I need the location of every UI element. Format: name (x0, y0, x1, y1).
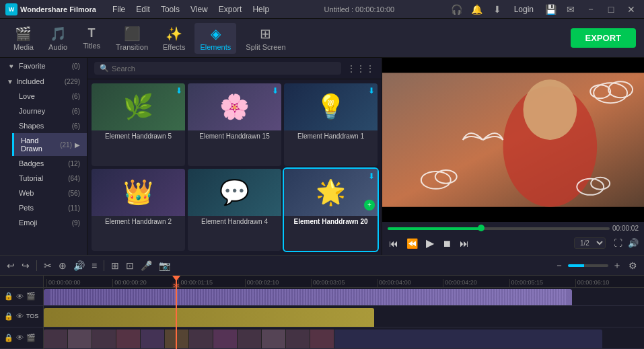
grid-item-2[interactable]: 💡 ⬇ Element Handdrawn 1 (284, 83, 378, 166)
mail-icon[interactable]: ✉ (563, 2, 578, 17)
toolbar-effects[interactable]: ✨ Effects (157, 23, 190, 54)
menu-view[interactable]: View (190, 5, 208, 14)
undo-button[interactable]: ↩ (5, 259, 16, 272)
track-row-audio1[interactable] (44, 306, 644, 327)
shapes-count: (6) (72, 122, 80, 130)
video-icon[interactable]: 🎬 (26, 292, 36, 301)
audio-clip-gold[interactable] (44, 308, 374, 327)
ruler-mark-7: 00:00:05:15 (509, 279, 575, 287)
menu-export[interactable]: Export (219, 5, 242, 14)
eye-icon[interactable]: 👁 (16, 293, 24, 301)
sidebar-item-favorite[interactable]: ♥ Favorite (0) (0, 58, 87, 74)
lock-icon[interactable]: 🔒 (4, 292, 13, 301)
menu-button[interactable]: ≡ (90, 259, 98, 272)
element-label-3: Element Handdrawn 2 (92, 216, 185, 227)
magnet-button[interactable]: ⊡ (124, 259, 135, 272)
track-row-video[interactable] (44, 288, 644, 306)
lock-icon-3[interactable]: 🔒 (4, 334, 13, 342)
close-button[interactable]: ✕ (624, 2, 639, 17)
settings-button[interactable]: ⚙ (627, 259, 639, 272)
add-track-button[interactable]: ⊕ (57, 259, 68, 272)
toolbar-media[interactable]: 🎬 Media (8, 23, 39, 54)
progress-bar[interactable] (388, 227, 610, 230)
ruler-mark-4: 00:00:03:05 (311, 279, 377, 287)
playhead-arrow (172, 276, 180, 281)
skip-forward-button[interactable]: ⏭ (458, 237, 470, 250)
sidebar-item-journey[interactable]: Journey (6) (12, 104, 87, 118)
toolbar-transition-label: Transition (116, 43, 148, 51)
element-thumb-5: 🌟 ⬇ + (284, 169, 378, 216)
zoom-controls: － ＋ (553, 258, 623, 273)
export-button[interactable]: EXPORT (571, 28, 636, 48)
redo-button[interactable]: ↪ (20, 259, 31, 272)
app-name: Wondershare Filmora (20, 5, 96, 13)
included-label: Included (16, 77, 65, 85)
grid-item-3[interactable]: 👑 Element Handdrawn 2 (92, 169, 185, 251)
audio-button[interactable]: 🔊 (72, 259, 86, 272)
video-clip[interactable] (44, 289, 572, 306)
sidebar-item-web[interactable]: Web (56) (12, 186, 87, 200)
zoom-in-button[interactable]: ＋ (611, 258, 623, 273)
stop-button[interactable]: ⏹ (441, 237, 453, 250)
playhead[interactable]: ✂ (176, 276, 177, 349)
zoom-slider[interactable] (568, 264, 608, 267)
search-input[interactable] (112, 65, 336, 73)
snap-button[interactable]: ⊞ (110, 259, 120, 272)
volume-icon[interactable]: 🔊 (628, 238, 639, 248)
restore-button[interactable]: □ (604, 2, 618, 17)
play-button[interactable]: ▶ (425, 235, 435, 251)
sidebar-item-hand-drawn[interactable]: Hand Drawn (21) ▶ (12, 133, 87, 156)
ruler-mark-6: 00:00:04:20 (443, 279, 509, 287)
download-icon[interactable]: ⬇ (490, 2, 505, 17)
eye-icon-3[interactable]: 👁 (16, 334, 24, 342)
fullscreen-icon[interactable]: ⛶ (614, 238, 622, 248)
sidebar-item-badges[interactable]: Badges (12) (12, 156, 87, 171)
sidebar-item-love[interactable]: Love (6) (12, 89, 87, 104)
toolbar-audio[interactable]: 🎵 Audio (43, 23, 73, 54)
grid-item-1[interactable]: 🌸 ⬇ Element Handdrawn 15 (188, 83, 281, 166)
toolbar-titles[interactable]: T Titles (77, 24, 106, 52)
sidebar-item-tutorial[interactable]: Tutorial (64) (12, 171, 87, 186)
menu-help[interactable]: Help (252, 5, 269, 14)
lock-icon-2[interactable]: 🔒 (4, 312, 13, 321)
grid-item-4[interactable]: 💬 Element Handdrawn 4 (188, 169, 281, 251)
svg-point-2 (523, 79, 577, 140)
logo-icon: W (5, 3, 17, 15)
search-box[interactable]: 🔍 (94, 62, 341, 75)
save-icon[interactable]: 💾 (543, 2, 558, 17)
menu-edit[interactable]: Edit (136, 5, 150, 14)
sidebar-item-pets[interactable]: Pets (11) (12, 200, 87, 215)
film-frame-10 (286, 329, 310, 349)
ratio-select[interactable]: 1/2 1/4 Full (574, 237, 606, 249)
plus-badge: + (364, 200, 375, 210)
film-frame-7 (213, 329, 238, 349)
menu-tools[interactable]: Tools (161, 5, 180, 14)
notification-icon[interactable]: 🔔 (470, 2, 485, 17)
web-label: Web (19, 189, 68, 197)
headphone-icon[interactable]: 🎧 (450, 2, 464, 17)
cut-button[interactable]: ✂ (42, 259, 53, 272)
step-back-button[interactable]: ⏪ (405, 237, 419, 250)
grid-item-0[interactable]: 🌿 ⬇ Element Handdrawn 5 (92, 83, 185, 166)
minimize-button[interactable]: － (583, 2, 598, 17)
track-row-film[interactable] (44, 327, 644, 349)
mic-button[interactable]: 🎤 (139, 259, 153, 272)
menu-file[interactable]: File (112, 5, 125, 14)
sidebar-item-shapes[interactable]: Shapes (6) (12, 118, 87, 133)
toolbar-split-screen[interactable]: ⊞ Split Screen (240, 23, 291, 54)
film-clip[interactable] (44, 329, 602, 349)
toolbar-transition[interactable]: ⬛ Transition (110, 23, 153, 54)
film-icon[interactable]: 🎬 (26, 334, 36, 342)
film-frame-4 (141, 329, 165, 349)
toolbar-elements[interactable]: ◈ Elements (194, 23, 236, 54)
grid-view-icon[interactable]: ⋮⋮⋮ (347, 63, 375, 74)
sidebar-included-category[interactable]: ▼ Included (229) (0, 74, 87, 89)
sidebar-item-emoji[interactable]: Emoji (9) (12, 215, 87, 230)
eye-icon-2[interactable]: 👁 (16, 312, 24, 320)
grid-item-5[interactable]: 🌟 ⬇ + Element Handdrawn 20 (284, 169, 378, 251)
camera-button[interactable]: 📷 (157, 259, 172, 272)
favorite-count: (0) (72, 63, 80, 70)
skip-back-button[interactable]: ⏮ (388, 237, 400, 250)
zoom-out-button[interactable]: － (553, 258, 565, 273)
login-button[interactable]: Login (510, 3, 538, 15)
